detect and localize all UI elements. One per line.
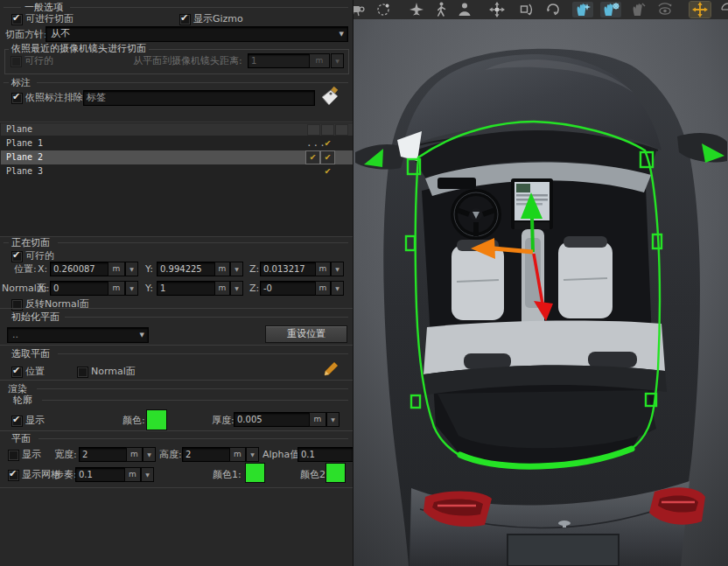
pos-z-unit[interactable]: m — [315, 262, 331, 276]
grid-step-unit[interactable]: m — [124, 467, 141, 482]
plane-width-unit-dropdown[interactable] — [143, 447, 156, 462]
plane-row[interactable]: Plane 1 ... ✔ — [1, 136, 353, 150]
camera-clip-enable-label: 可行的 — [24, 55, 53, 66]
plane-list-header-cell — [307, 124, 320, 136]
pos-z-unit-dropdown[interactable] — [331, 262, 344, 276]
plane-width-unit[interactable]: m — [126, 447, 143, 462]
pos-y-unit-dropdown[interactable] — [230, 262, 243, 276]
3d-viewport[interactable] — [354, 19, 728, 566]
hand-icon[interactable] — [630, 2, 648, 17]
hand-settings-icon[interactable] — [600, 2, 621, 17]
nrm-y-unit[interactable]: m — [214, 281, 230, 296]
pos-x-input[interactable]: 0.260087 — [50, 262, 111, 276]
nrm-y-input[interactable]: 1 — [157, 281, 218, 296]
separator — [58, 353, 348, 354]
show-grid-checkbox[interactable] — [8, 470, 19, 481]
rear-bench — [422, 321, 667, 395]
grid-step-unit-dropdown[interactable] — [141, 467, 154, 482]
nrm-y-unit-dropdown[interactable] — [230, 281, 243, 296]
rotate-view-icon[interactable] — [516, 2, 534, 17]
grid-step-label: 步奏: — [54, 469, 77, 480]
pos-x-unit[interactable]: m — [108, 262, 125, 276]
move-gizmo-icon[interactable] — [690, 2, 710, 17]
general-section-title: 一般选项 — [22, 2, 66, 13]
pick-pencil-icon[interactable] — [322, 360, 340, 378]
camera-distance-input[interactable]: 1 — [248, 53, 312, 68]
screen-map-area — [516, 184, 530, 192]
nrm-z-unit[interactable]: m — [315, 281, 331, 296]
grid-color2-swatch[interactable] — [326, 463, 346, 483]
outline-subsection-title: 轮廓 — [10, 395, 35, 406]
fly-icon[interactable] — [408, 2, 425, 17]
render-section-title: 渲染 — [5, 383, 30, 395]
separator — [37, 388, 348, 389]
camera-distance-unit[interactable]: m — [309, 53, 330, 68]
clipped-icon[interactable] — [719, 2, 728, 17]
outline-thickness-unit-dropdown[interactable] — [326, 412, 340, 427]
nrm-y-axis-label: Y: — [145, 283, 153, 294]
enable-clipping-label: 可进行切面 — [25, 13, 74, 24]
tag-icon[interactable] — [315, 86, 341, 110]
pos-y-unit[interactable]: m — [214, 262, 230, 276]
pos-z-input[interactable]: 0.013217 — [260, 262, 319, 276]
separator — [0, 345, 354, 346]
grid-color1-swatch[interactable] — [245, 463, 265, 483]
current-plane-enable-checkbox[interactable] — [11, 251, 23, 262]
plane-row-selected[interactable]: Plane 2 ✔ ✔ — [1, 150, 353, 164]
nrm-z-input[interactable]: -0 — [260, 281, 319, 296]
pan-icon[interactable] — [488, 2, 506, 17]
plane-row-enabled-check[interactable]: ✔ — [321, 136, 334, 150]
plane-height-unit-dropdown[interactable] — [246, 447, 259, 462]
plane-row-enabled-check[interactable]: ✔ — [321, 151, 334, 164]
plane-alpha-input[interactable]: 0.1 — [298, 447, 354, 462]
eye-orbit-icon[interactable] — [656, 2, 674, 17]
plane-show-checkbox[interactable] — [8, 450, 19, 461]
clip-policy-dropdown[interactable]: 从不 — [46, 26, 348, 42]
grid-color2-label: 颜色2: — [300, 469, 329, 480]
plane-height-input[interactable]: 2 — [182, 447, 233, 462]
orbit-icon[interactable] — [374, 2, 392, 17]
plane-height-unit[interactable]: m — [229, 447, 246, 462]
outline-color-swatch[interactable] — [146, 409, 167, 430]
plane-list: Plane Plane 1 ... ✔ Plane 2 ✔ ✔ Plane 3 … — [0, 122, 354, 237]
nrm-z-unit-dropdown[interactable] — [331, 281, 344, 296]
person-icon[interactable] — [456, 2, 473, 17]
pick-normal-label: Normal面 — [91, 366, 136, 377]
separator — [38, 438, 348, 439]
plane-width-input[interactable]: 2 — [79, 447, 130, 462]
nrm-x-unit[interactable]: m — [108, 281, 125, 296]
nrm-x-unit-dropdown[interactable] — [125, 281, 138, 296]
enable-clipping-checkbox[interactable] — [11, 14, 23, 25]
orbit-rotate-icon[interactable] — [544, 2, 562, 17]
plane-row-options[interactable]: ... — [306, 136, 319, 150]
reset-position-button[interactable]: 重设位置 — [265, 325, 347, 343]
separator — [0, 487, 354, 488]
grid-step-input[interactable]: 0.1 — [75, 467, 128, 482]
outline-thickness-input[interactable]: 0.005 — [234, 412, 312, 427]
plane-row-enabled-check[interactable]: ✔ — [321, 164, 334, 178]
separator — [0, 430, 354, 431]
walk-icon[interactable] — [432, 2, 450, 17]
pos-y-input[interactable]: 0.994225 — [157, 262, 218, 276]
nrm-x-input[interactable]: 0 — [50, 281, 111, 296]
hand-teleport-icon[interactable] — [572, 2, 593, 17]
tag-input[interactable]: 标签 — [83, 90, 315, 106]
init-plane-dropdown[interactable]: .. — [7, 327, 149, 343]
plane-row-active-check[interactable]: ✔ — [306, 151, 319, 164]
pos-x-axis-label: X: — [38, 263, 47, 275]
pick-normal-checkbox[interactable] — [77, 367, 88, 378]
exclude-by-tag-checkbox[interactable] — [11, 93, 23, 104]
invert-normal-checkbox[interactable] — [11, 299, 23, 311]
pick-position-label: 位置 — [25, 366, 45, 377]
init-plane-title: 初始化平面 — [9, 311, 62, 323]
gizmo-y-axis[interactable] — [532, 217, 533, 252]
outline-thickness-unit[interactable]: m — [309, 412, 326, 427]
camera-clip-enable-checkbox[interactable] — [10, 56, 22, 67]
camera-distance-unit-dropdown[interactable] — [331, 53, 344, 68]
outline-show-checkbox[interactable] — [11, 416, 23, 427]
plane-row[interactable]: Plane 3 ✔ — [1, 164, 353, 178]
projector-camera-icon[interactable] — [354, 2, 366, 17]
pick-position-checkbox[interactable] — [11, 367, 23, 378]
pos-x-unit-dropdown[interactable] — [125, 262, 138, 276]
show-gizmo-checkbox[interactable] — [179, 14, 191, 25]
